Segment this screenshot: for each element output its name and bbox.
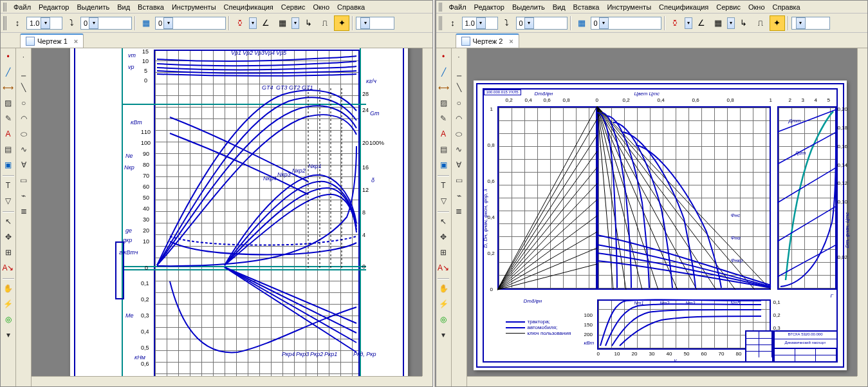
document-tab[interactable]: Чертеж 2 ×	[456, 33, 519, 48]
step-select[interactable]: 0▾	[516, 17, 568, 30]
style-step-icon[interactable]: ↕	[445, 15, 461, 31]
menubar-handle[interactable]	[439, 3, 443, 12]
menu-editor[interactable]: Редактор	[35, 2, 73, 12]
menu-file[interactable]: Файл	[445, 2, 470, 12]
table-icon[interactable]: ▤	[436, 142, 450, 156]
menu-spec[interactable]: Спецификация	[220, 2, 277, 12]
ortho-icon[interactable]: ⎍	[317, 15, 333, 31]
step-icon[interactable]: ⤵	[499, 15, 515, 31]
menu-editor[interactable]: Редактор	[470, 2, 508, 12]
views-icon[interactable]: ⊞	[436, 245, 450, 260]
menu-service[interactable]: Сервис	[712, 2, 744, 12]
cursor-icon[interactable]: ↖	[436, 214, 450, 229]
rect-icon[interactable]: ▭	[17, 173, 31, 187]
tab-close-icon[interactable]: ×	[70, 37, 78, 45]
canvas[interactable]: 100.000.015 УХЛ5	[467, 48, 868, 386]
pt-icon[interactable]: ·	[452, 50, 466, 64]
hatch2-icon[interactable]: ▨	[436, 96, 450, 110]
ellipse-icon[interactable]: ⬭	[452, 127, 466, 141]
menu-insert[interactable]: Вставка	[134, 2, 168, 12]
rounding-icon[interactable]: ✦	[334, 15, 349, 31]
pt-icon[interactable]: ·	[17, 50, 31, 64]
bolt-icon[interactable]: ⚡	[436, 297, 450, 311]
point-icon[interactable]: •	[436, 50, 450, 64]
text-a-icon[interactable]: A	[1, 127, 15, 141]
ellipse-icon[interactable]: ⬭	[17, 127, 31, 141]
down-icon[interactable]: ▾	[1, 328, 15, 342]
arc-icon[interactable]: ◠	[452, 111, 466, 126]
toolbar-handle[interactable]	[3, 16, 7, 30]
menu-window[interactable]: Окно	[309, 2, 333, 12]
polyline-icon[interactable]: ⌁	[17, 189, 31, 203]
edit-icon[interactable]: ✎	[1, 111, 15, 126]
grid-dropdown[interactable]: ▾	[727, 17, 735, 29]
angle-snap-icon[interactable]: ∠	[694, 15, 709, 31]
axes-icon[interactable]: ↳	[300, 15, 316, 31]
menu-help[interactable]: Справка	[769, 2, 804, 12]
step-select[interactable]: 0▾	[80, 17, 132, 30]
line-icon[interactable]: ╱	[1, 65, 15, 79]
rect-icon[interactable]: ▭	[452, 173, 466, 187]
layer-select[interactable]: 0▾	[155, 17, 226, 30]
menu-view[interactable]: Вид	[113, 2, 134, 12]
toolbar-handle[interactable]	[439, 16, 443, 30]
scale-select[interactable]: 1.0▾	[462, 17, 498, 30]
grid-icon[interactable]: ▦	[275, 15, 290, 31]
down-icon[interactable]: ▾	[436, 328, 450, 342]
menu-tools[interactable]: Инструменты	[168, 2, 220, 12]
point-icon[interactable]: •	[1, 50, 15, 64]
hatch-icon[interactable]: ▦	[574, 15, 589, 31]
magnet-dropdown[interactable]: ▾	[249, 17, 257, 29]
menu-service[interactable]: Сервис	[277, 2, 309, 12]
cursor-icon[interactable]: ↖	[1, 214, 15, 229]
angle-snap-icon[interactable]: ∠	[258, 15, 273, 31]
text-t-icon[interactable]: T	[436, 178, 450, 193]
text-a-icon[interactable]: A	[436, 127, 450, 141]
target-icon[interactable]: ◎	[1, 312, 15, 326]
edit-icon[interactable]: ✎	[436, 111, 450, 126]
roughness-icon[interactable]: ▽	[1, 194, 15, 208]
move-icon[interactable]: ✥	[436, 230, 450, 244]
pan-icon[interactable]: ✋	[1, 281, 15, 296]
step-icon[interactable]: ⤵	[64, 15, 79, 31]
ortho-icon[interactable]: ⎍	[753, 15, 768, 31]
circle-icon[interactable]: ○	[17, 96, 31, 110]
text-t-icon[interactable]: T	[1, 178, 15, 193]
spline-icon[interactable]: ∿	[452, 142, 466, 156]
menu-view[interactable]: Вид	[549, 2, 569, 12]
dimension-icon[interactable]: ⟷	[436, 80, 450, 95]
v-scrollbar[interactable]	[422, 48, 432, 376]
multi-icon[interactable]: ≣	[452, 204, 466, 218]
menu-window[interactable]: Окно	[744, 2, 769, 12]
pan-icon[interactable]: ✋	[436, 281, 450, 296]
views-icon[interactable]: ⊞	[1, 245, 15, 260]
magnet-dropdown[interactable]: ▾	[685, 17, 692, 29]
leader-icon[interactable]: A↘	[436, 261, 450, 275]
leader-icon[interactable]: A↘	[1, 261, 15, 275]
aux-line-icon[interactable]: ⎯	[17, 65, 31, 79]
menu-file[interactable]: Файл	[10, 2, 35, 12]
v-scrollbar[interactable]	[857, 48, 867, 376]
menubar-handle[interactable]	[3, 3, 7, 12]
move-icon[interactable]: ✥	[1, 230, 15, 244]
menu-select[interactable]: Выделить	[508, 2, 549, 12]
axes-icon[interactable]: ↳	[736, 15, 752, 31]
line-icon[interactable]: ╱	[436, 65, 450, 79]
layer-select[interactable]: 0▾	[591, 17, 661, 30]
rounding-icon[interactable]: ✦	[770, 15, 785, 31]
layers-icon[interactable]: ▣	[1, 158, 15, 172]
tab-close-icon[interactable]: ×	[505, 37, 513, 45]
menu-select[interactable]: Выделить	[73, 2, 113, 12]
spline-icon[interactable]: ∿	[17, 142, 31, 156]
layers-icon[interactable]: ▣	[436, 158, 450, 172]
seg-icon[interactable]: ╲	[17, 80, 31, 95]
bolt-icon[interactable]: ⚡	[1, 297, 15, 311]
circle-icon[interactable]: ○	[452, 96, 466, 110]
hatch2-icon[interactable]: ▨	[1, 96, 15, 110]
menu-help[interactable]: Справка	[333, 2, 369, 12]
extra-select[interactable]: ▾	[791, 17, 830, 30]
seg-icon[interactable]: ╲	[452, 80, 466, 95]
table-icon[interactable]: ▤	[1, 142, 15, 156]
extra-select[interactable]: ▾	[356, 17, 394, 30]
aux-line-icon[interactable]: ⎯	[452, 65, 466, 79]
